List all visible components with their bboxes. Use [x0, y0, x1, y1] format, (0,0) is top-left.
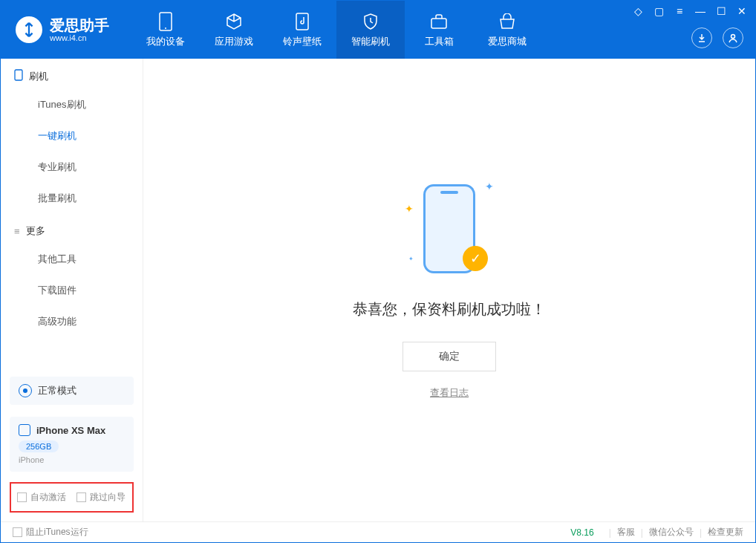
view-log-link[interactable]: 查看日志 — [430, 386, 469, 400]
svg-rect-2 — [296, 13, 308, 30]
svg-point-4 — [731, 35, 735, 39]
toolbox-icon — [428, 11, 449, 32]
footer: 阻止iTunes运行 V8.16 | 客服 | 微信公众号 | 检查更新 — [1, 521, 755, 542]
sidebar: 刷机 iTunes刷机 一键刷机 专业刷机 批量刷机 ≡ 更多 其他工具 下载固… — [1, 59, 143, 521]
highlighted-checks: 自动激活 跳过向导 — [10, 482, 134, 513]
nav-tabs: 我的设备 应用游戏 铃声壁纸 智能刷机 工具箱 爱思商城 — [131, 1, 541, 59]
list-icon: ≡ — [14, 226, 20, 237]
success-illustration: ✦ ✦ ✦ ✓ — [405, 181, 494, 284]
nav-tab-ringtone[interactable]: 铃声壁纸 — [268, 1, 336, 59]
sidebar-item-pro-flash[interactable]: 专业刷机 — [1, 152, 143, 183]
checkbox-icon — [13, 527, 22, 537]
shirt-icon[interactable]: ◇ — [632, 5, 644, 17]
checkbox-icon — [17, 492, 27, 502]
device-name: iPhone XS Max — [36, 425, 105, 436]
nav-tab-device[interactable]: 我的设备 — [131, 1, 200, 59]
device-icon — [155, 11, 176, 32]
mode-label: 正常模式 — [38, 384, 76, 397]
titlebar-controls: ◇ ▢ ≡ — ☐ ✕ — [632, 5, 748, 17]
sidebar-item-download-firmware[interactable]: 下载固件 — [1, 275, 143, 306]
check-block-itunes[interactable]: 阻止iTunes运行 — [13, 526, 88, 539]
main-content: ✦ ✦ ✦ ✓ 恭喜您，保资料刷机成功啦！ 确定 查看日志 — [143, 59, 755, 521]
check-auto-activate[interactable]: 自动激活 — [17, 491, 66, 504]
nav-tab-flash[interactable]: 智能刷机 — [336, 1, 405, 59]
header-right — [691, 27, 743, 48]
logo-icon — [16, 16, 42, 43]
footer-link-wechat[interactable]: 微信公众号 — [649, 526, 694, 539]
svg-point-1 — [165, 27, 166, 29]
mode-icon — [19, 384, 32, 397]
download-button[interactable] — [691, 27, 712, 48]
user-button[interactable] — [723, 27, 743, 48]
phone-icon — [19, 424, 30, 436]
svg-rect-5 — [15, 70, 22, 80]
footer-link-support[interactable]: 客服 — [617, 526, 635, 539]
version-label: V8.16 — [570, 527, 593, 538]
mode-card[interactable]: 正常模式 — [10, 377, 134, 405]
app-name: 爱思助手 — [50, 17, 109, 33]
success-message: 恭喜您，保资料刷机成功啦！ — [353, 299, 546, 319]
sidebar-item-itunes-flash[interactable]: iTunes刷机 — [1, 89, 143, 120]
nav-tab-store[interactable]: 爱思商城 — [473, 1, 541, 59]
check-skip-guide[interactable]: 跳过向导 — [76, 491, 126, 504]
sidebar-item-batch-flash[interactable]: 批量刷机 — [1, 183, 143, 214]
sidebar-section-more: ≡ 更多 — [1, 214, 143, 244]
shield-icon — [360, 11, 381, 32]
music-icon — [292, 11, 313, 32]
maximize-button[interactable]: ☐ — [715, 5, 727, 17]
sidebar-item-other-tools[interactable]: 其他工具 — [1, 244, 143, 275]
ok-button[interactable]: 确定 — [403, 342, 496, 371]
minimize-button[interactable]: — — [694, 5, 706, 17]
store-icon — [497, 11, 518, 32]
menu-icon[interactable]: ≡ — [674, 5, 685, 17]
check-icon: ✓ — [463, 246, 488, 271]
close-button[interactable]: ✕ — [736, 5, 748, 17]
cube-icon — [224, 11, 244, 32]
logo-area: 爱思助手 www.i4.cn — [1, 16, 124, 43]
nav-tab-toolbox[interactable]: 工具箱 — [405, 1, 473, 59]
footer-link-update[interactable]: 检查更新 — [708, 526, 743, 539]
svg-rect-3 — [431, 19, 446, 28]
sidebar-item-advanced[interactable]: 高级功能 — [1, 306, 143, 337]
header: 爱思助手 www.i4.cn 我的设备 应用游戏 铃声壁纸 智能刷机 工具箱 爱… — [1, 1, 755, 59]
device-card[interactable]: iPhone XS Max 256GB iPhone — [10, 417, 134, 472]
app-url: www.i4.cn — [50, 33, 109, 42]
checkbox-icon — [76, 492, 86, 502]
sidebar-section-flash: 刷机 — [1, 59, 143, 89]
nav-tab-apps[interactable]: 应用游戏 — [200, 1, 268, 59]
sidebar-item-oneclick-flash[interactable]: 一键刷机 — [1, 120, 143, 152]
lock-icon[interactable]: ▢ — [653, 5, 665, 17]
storage-badge: 256GB — [19, 440, 59, 452]
phone-small-icon — [14, 69, 23, 83]
device-type: iPhone — [19, 455, 125, 464]
